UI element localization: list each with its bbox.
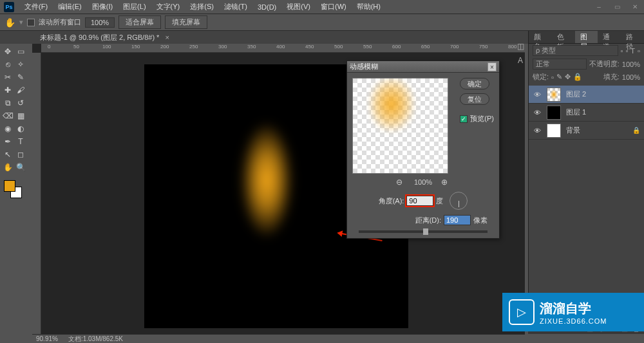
- eyedropper-tool[interactable]: ✎: [14, 71, 27, 84]
- menu-image[interactable]: 图像(I): [87, 2, 118, 12]
- menu-help[interactable]: 帮助(H): [352, 2, 386, 12]
- menu-3d[interactable]: 3D(D): [252, 3, 281, 11]
- restore-button[interactable]: ▭: [608, 0, 626, 13]
- opacity-value[interactable]: 100%: [622, 60, 640, 68]
- layer-thumbnail[interactable]: [547, 106, 561, 120]
- document-tab[interactable]: 未标题-1 @ 90.9% (图层 2, RGB/8#) * ×: [35, 32, 175, 44]
- angle-input[interactable]: [406, 196, 433, 206]
- slider-thumb[interactable]: [423, 228, 428, 235]
- layer-thumbnail[interactable]: [547, 124, 561, 138]
- menu-select[interactable]: 选择(S): [185, 2, 219, 12]
- hand-tool-icon[interactable]: ✋: [4, 17, 15, 28]
- opacity-label: 不透明度:: [589, 59, 620, 69]
- brush-tool[interactable]: 🖌: [14, 84, 27, 97]
- filter-icon[interactable]: ▫: [625, 47, 628, 55]
- lock-icon[interactable]: ✥: [565, 73, 571, 81]
- tab-color[interactable]: 颜色: [529, 31, 552, 43]
- menu-filter[interactable]: 滤镜(T): [219, 2, 252, 12]
- menu-window[interactable]: 窗口(W): [316, 2, 352, 12]
- layer-thumbnail[interactable]: [547, 88, 561, 102]
- distance-slider[interactable]: [359, 230, 488, 233]
- eraser-tool[interactable]: ⌫: [1, 109, 14, 122]
- fill-screen-button[interactable]: 填充屏幕: [165, 15, 207, 29]
- ruler-tick: 750: [479, 44, 488, 50]
- zoom-out-icon[interactable]: ⊖: [396, 178, 405, 187]
- layer-item[interactable]: 👁 图层 1: [529, 104, 644, 122]
- zoom-field[interactable]: 100%: [85, 17, 115, 28]
- close-button[interactable]: ✕: [626, 0, 644, 13]
- zoom-in-icon[interactable]: ⊕: [441, 178, 450, 187]
- pen-tool[interactable]: ✒: [1, 135, 14, 148]
- ruler-tick: 250: [189, 44, 198, 50]
- dodge-tool[interactable]: ◐: [14, 122, 27, 135]
- ruler-tick: 400: [276, 44, 285, 50]
- tab-channels[interactable]: 通道: [598, 31, 621, 43]
- visibility-icon[interactable]: 👁: [533, 127, 542, 134]
- fill-value[interactable]: 100%: [622, 73, 640, 81]
- distance-input[interactable]: [444, 215, 471, 225]
- menu-type[interactable]: 文字(Y): [151, 2, 185, 12]
- move-tool[interactable]: ✥: [1, 45, 14, 58]
- path-tool[interactable]: ↖: [1, 148, 14, 161]
- filter-icon[interactable]: T: [630, 47, 635, 55]
- distance-unit: 像素: [473, 216, 488, 225]
- menu-view[interactable]: 视图(V): [281, 2, 316, 12]
- menu-layer[interactable]: 图层(L): [118, 2, 151, 12]
- layer-item[interactable]: 👁 背景 🔒: [529, 122, 644, 140]
- panel-icon-1[interactable]: ◫: [514, 40, 527, 53]
- lock-icon[interactable]: 🔒: [573, 73, 582, 81]
- blur-tool[interactable]: ◉: [1, 122, 14, 135]
- status-bar: 90.91% 文档:1.03M/862.5K: [32, 334, 525, 343]
- filter-icon[interactable]: ▫: [638, 47, 640, 55]
- type-tool[interactable]: T: [14, 135, 27, 148]
- hand-tool[interactable]: ✋: [1, 161, 14, 174]
- menu-edit[interactable]: 编辑(E): [53, 2, 87, 12]
- visibility-icon[interactable]: 👁: [533, 91, 542, 98]
- history-brush-tool[interactable]: ↺: [14, 97, 27, 109]
- lock-icon[interactable]: ▫: [551, 73, 554, 81]
- ruler-tick: 200: [160, 44, 169, 50]
- visibility-icon[interactable]: 👁: [533, 109, 542, 116]
- menubar: Ps 文件(F) 编辑(E) 图像(I) 图层(L) 文字(Y) 选择(S) 滤…: [0, 0, 644, 14]
- lock-icon[interactable]: ✎: [556, 73, 562, 81]
- menu-file[interactable]: 文件(F): [19, 2, 53, 12]
- panel-icon-2[interactable]: A: [514, 54, 527, 67]
- layer-item[interactable]: 👁 图层 2: [529, 86, 644, 104]
- status-doc-size[interactable]: 文档:1.03M/862.5K: [68, 335, 123, 344]
- layer-filter-type[interactable]: ρ 类型: [533, 45, 618, 56]
- reset-button[interactable]: 复位: [460, 93, 489, 105]
- preview-checkbox[interactable]: ✓: [460, 115, 468, 123]
- dialog-titlebar[interactable]: 动感模糊 ×: [347, 61, 499, 73]
- tab-layers[interactable]: 图层: [575, 31, 598, 43]
- angle-dial[interactable]: [450, 192, 468, 210]
- tab-close-icon[interactable]: ×: [165, 33, 169, 41]
- stamp-tool[interactable]: ⧉: [1, 97, 14, 109]
- ruler-vertical: [32, 53, 41, 334]
- scroll-all-checkbox[interactable]: [27, 19, 35, 26]
- zoom-tool[interactable]: 🔍: [14, 161, 27, 174]
- tab-paths[interactable]: 路径: [621, 31, 644, 43]
- shape-tool[interactable]: ◻: [14, 148, 27, 161]
- dialog-close-button[interactable]: ×: [488, 62, 497, 71]
- wand-tool[interactable]: ✧: [14, 58, 27, 71]
- minimize-button[interactable]: –: [590, 0, 608, 13]
- tab-swatches[interactable]: 色板: [552, 31, 575, 43]
- layer-name[interactable]: 图层 1: [566, 107, 586, 117]
- lasso-tool[interactable]: ⎋: [1, 58, 14, 71]
- angle-label: 角度(A):: [379, 196, 404, 206]
- crop-tool[interactable]: ✂: [1, 71, 14, 84]
- heal-tool[interactable]: ✚: [1, 84, 14, 97]
- layer-name[interactable]: 图层 2: [566, 89, 586, 99]
- foreground-color-swatch[interactable]: [4, 180, 15, 192]
- dialog-preview[interactable]: [352, 78, 448, 174]
- marquee-tool[interactable]: ▭: [14, 45, 27, 58]
- ok-button[interactable]: 确定: [460, 78, 489, 89]
- layer-name[interactable]: 背景: [566, 125, 580, 135]
- filter-icon[interactable]: ▫: [621, 47, 623, 55]
- ruler-tick: 450: [305, 44, 314, 50]
- distance-label: 距离(D):: [415, 216, 441, 225]
- fit-screen-button[interactable]: 适合屏幕: [118, 15, 161, 29]
- blend-mode-select[interactable]: 正常: [533, 59, 587, 70]
- status-zoom[interactable]: 90.91%: [36, 335, 58, 342]
- gradient-tool[interactable]: ▦: [14, 109, 27, 122]
